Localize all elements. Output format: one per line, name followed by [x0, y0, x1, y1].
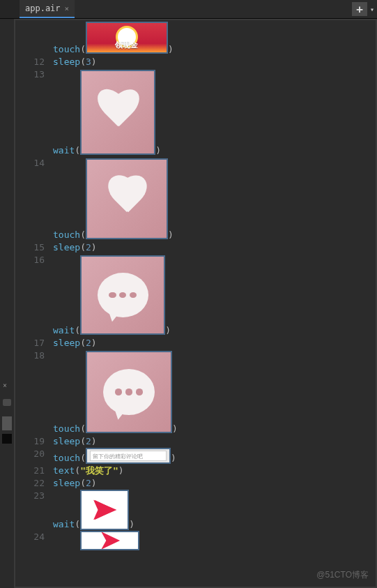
template-image-send-2[interactable]	[80, 531, 139, 550]
top-left-spacer	[0, 0, 20, 18]
paper-plane-icon	[98, 531, 122, 550]
line-number: 19	[15, 435, 53, 447]
line-number: 12	[15, 56, 53, 68]
function-name: text	[53, 465, 75, 476]
template-image-heart-large[interactable]	[86, 158, 168, 239]
speech-bubble-icon	[103, 369, 155, 415]
top-bar: app.air × + ▾	[0, 0, 377, 19]
function-name: touch	[53, 423, 80, 435]
close-panel-icon[interactable]: ×	[3, 382, 7, 389]
function-name: wait	[53, 324, 75, 336]
number-literal: 2	[86, 477, 91, 489]
tab-label: app.air	[25, 3, 61, 13]
side-minimap[interactable]	[2, 416, 12, 430]
template-image-heart[interactable]	[80, 70, 155, 155]
close-icon[interactable]: ×	[65, 4, 70, 13]
chevron-down-icon[interactable]: ▾	[370, 6, 374, 13]
function-name: wait	[53, 518, 75, 530]
function-name: sleep	[53, 56, 80, 68]
speech-bubble-icon	[98, 273, 148, 317]
paper-plane-icon	[91, 497, 118, 523]
line-number: 13	[15, 68, 53, 80]
line-number: 20	[15, 448, 53, 460]
number-literal: 2	[86, 337, 91, 349]
number-literal: 2	[86, 241, 91, 253]
function-name: sleep	[53, 435, 80, 447]
line-number: 18	[15, 349, 53, 361]
line-number: 24	[15, 531, 53, 543]
number-literal: 3	[86, 56, 91, 68]
function-name: touch	[53, 452, 80, 464]
line-number: 23	[15, 490, 53, 502]
cash-label: 领现金	[115, 39, 138, 51]
comment-input-placeholder: 留下你的精彩评论吧	[90, 451, 167, 461]
side-link-icon[interactable]	[3, 399, 11, 406]
code-editor[interactable]: touch( 领现金 ) 12 sleep(3) 13 wait(	[14, 19, 377, 588]
function-name: sleep	[53, 241, 80, 253]
line-number: 15	[15, 241, 53, 253]
file-tab[interactable]: app.air ×	[20, 0, 75, 18]
template-image-bubble-large[interactable]	[86, 351, 172, 433]
heart-icon	[95, 89, 140, 135]
watermark: @51CTO博客	[316, 569, 369, 581]
add-tab-button[interactable]: +	[352, 2, 367, 16]
side-minimap-2[interactable]	[2, 434, 12, 444]
line-number: 16	[15, 254, 53, 266]
function-name: touch	[53, 229, 80, 241]
heart-icon	[102, 177, 152, 221]
template-image-bubble[interactable]	[80, 255, 165, 335]
function-name: touch	[53, 43, 80, 55]
paren-open: (	[80, 43, 86, 55]
number-literal: 2	[86, 435, 91, 447]
side-panel: ×	[0, 19, 14, 588]
function-name: wait	[53, 144, 75, 156]
line-number: 22	[15, 477, 53, 489]
function-name: sleep	[53, 477, 80, 489]
function-name: sleep	[53, 337, 80, 349]
line-number: 14	[15, 157, 53, 169]
paren-close: )	[168, 43, 174, 55]
template-image-input[interactable]: 留下你的精彩评论吧	[86, 448, 171, 464]
main-area: × touch( 领现金 ) 12 sleep(3)	[0, 19, 377, 588]
top-right-controls: + ▾	[352, 0, 377, 18]
template-image-cash[interactable]: 领现金	[86, 22, 168, 54]
line-number: 17	[15, 337, 53, 349]
line-number: 21	[15, 465, 53, 476]
template-image-send[interactable]	[80, 490, 129, 530]
string-literal: "我笑了"	[80, 465, 118, 476]
